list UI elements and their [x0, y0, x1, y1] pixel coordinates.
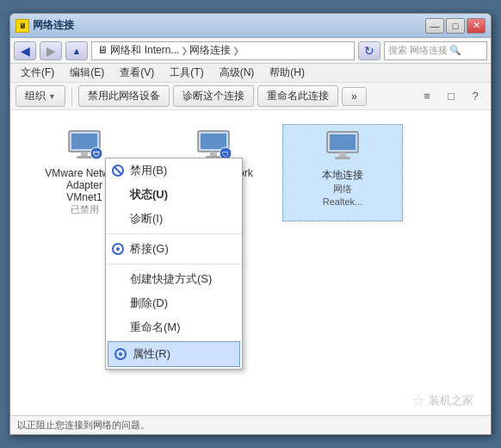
close-button[interactable]: ✕ [467, 18, 486, 34]
menu-file[interactable]: 文件(F) [14, 64, 61, 82]
status-bar: 以正阻止您连接到网络的问题。 ☆ 装机之家 [10, 415, 491, 434]
menu-edit[interactable]: 编辑(E) [63, 64, 111, 82]
vmnet1-status: 已禁用 [71, 203, 99, 216]
watermark-star: ☆ [411, 391, 425, 410]
content-area: 🛡 VMware Network AdapterVMnet1 已禁用 🛡 [10, 110, 491, 415]
forward-button[interactable]: ▶ [40, 41, 62, 60]
window-title: 网络连接 [33, 18, 74, 33]
svg-rect-1 [71, 134, 97, 149]
breadcrumb-item-2: 网络连接 [189, 43, 231, 58]
diagnose-button[interactable]: 诊断这个连接 [173, 85, 254, 107]
svg-rect-7 [201, 134, 226, 149]
search-box[interactable]: 搜索 网络连接 🔍 [384, 41, 487, 60]
svg-rect-14 [339, 152, 346, 157]
svg-point-19 [116, 247, 120, 251]
refresh-button[interactable]: ↻ [358, 41, 380, 60]
menu-view[interactable]: 查看(V) [113, 64, 161, 82]
organize-arrow: ▼ [48, 92, 56, 101]
toolbar: 组织 ▼ 禁用此网络设备 诊断这个连接 重命名此连接 » ≡ □ ? [10, 83, 491, 110]
status-text: 以正阻止您连接到网络的问题。 [17, 419, 150, 432]
organize-button[interactable]: 组织 ▼ [15, 85, 65, 107]
view-toggle-button[interactable]: ≡ [417, 86, 437, 107]
ctx-rename[interactable]: 重命名(M) [106, 315, 242, 339]
title-bar: 🖥 网络连接 — □ ✕ [10, 14, 491, 38]
local-name: 本地连接网络Realtek... [322, 168, 363, 208]
menu-bar: 文件(F) 编辑(E) 查看(V) 工具(T) 高级(N) 帮助(H) [10, 64, 491, 83]
toolbar-right: ≡ □ ? [417, 86, 486, 107]
ctx-status[interactable]: 状态(U) [106, 183, 242, 207]
main-window: 🖥 网络连接 — □ ✕ ◀ ▶ ▲ 🖥 网络和 Intern... ❯ 网络连… [9, 13, 492, 435]
ctx-sep-2 [106, 264, 242, 264]
svg-rect-8 [210, 152, 217, 156]
adapter-local[interactable]: 本地连接网络Realtek... [282, 124, 403, 221]
rename-button[interactable]: 重命名此连接 [257, 85, 338, 107]
breadcrumb-sep2: ❯ [232, 46, 239, 55]
maximize-button[interactable]: □ [446, 18, 465, 34]
breadcrumb-item-1: 🖥 网络和 Intern... [97, 43, 179, 58]
properties-icon [114, 347, 127, 361]
menu-tools[interactable]: 工具(T) [163, 64, 210, 82]
window-icon: 🖥 [15, 19, 29, 33]
svg-line-17 [114, 167, 121, 174]
breadcrumb[interactable]: 🖥 网络和 Intern... ❯ 网络连接 ❯ [91, 41, 355, 60]
watermark-text: 装机之家 [429, 393, 473, 408]
minimize-button[interactable]: — [425, 18, 444, 34]
watermark: ☆ 装机之家 [411, 391, 473, 410]
breadcrumb-sep: ❯ [181, 46, 188, 55]
svg-point-21 [119, 352, 122, 356]
svg-rect-13 [330, 134, 356, 150]
menu-advanced[interactable]: 高级(N) [213, 64, 262, 82]
disable-network-button[interactable]: 禁用此网络设备 [78, 85, 170, 107]
ctx-disable[interactable]: 禁用(B) [106, 159, 242, 183]
ctx-sep-1 [106, 233, 242, 234]
svg-text:🛡: 🛡 [93, 151, 100, 159]
local-icon [322, 130, 363, 165]
vmnet1-icon: 🛡 [64, 129, 105, 164]
menu-help[interactable]: 帮助(H) [263, 64, 312, 82]
back-button[interactable]: ◀ [14, 41, 36, 60]
context-menu: 禁用(B) 状态(U) 诊断(I) 桥接(G) [105, 158, 243, 370]
ctx-delete[interactable]: 删除(D) [106, 291, 242, 315]
svg-rect-2 [81, 152, 88, 156]
help-icon-button[interactable]: ? [465, 86, 486, 107]
address-bar: ◀ ▶ ▲ 🖥 网络和 Intern... ❯ 网络连接 ❯ ↻ 搜索 网络连接… [10, 38, 491, 64]
main-content: 🛡 VMware Network AdapterVMnet1 已禁用 🛡 [10, 110, 491, 415]
disable-icon [111, 164, 125, 177]
more-button[interactable]: » [342, 87, 367, 106]
preview-button[interactable]: □ [441, 86, 461, 107]
toolbar-separator-1 [71, 88, 72, 105]
ctx-shortcut[interactable]: 创建快捷方式(S) [106, 267, 242, 291]
svg-rect-15 [335, 157, 350, 159]
bridge-icon [111, 242, 125, 256]
search-icon: 🔍 [449, 45, 461, 56]
title-controls: — □ ✕ [425, 18, 486, 34]
ctx-diagnose[interactable]: 诊断(I) [106, 207, 242, 231]
svg-rect-3 [77, 156, 92, 159]
up-button[interactable]: ▲ [65, 41, 88, 60]
title-bar-left: 🖥 网络连接 [15, 18, 74, 33]
ctx-bridge[interactable]: 桥接(G) [106, 237, 242, 261]
ctx-properties[interactable]: 属性(R) [108, 341, 240, 367]
search-placeholder: 搜索 网络连接 [388, 44, 448, 57]
